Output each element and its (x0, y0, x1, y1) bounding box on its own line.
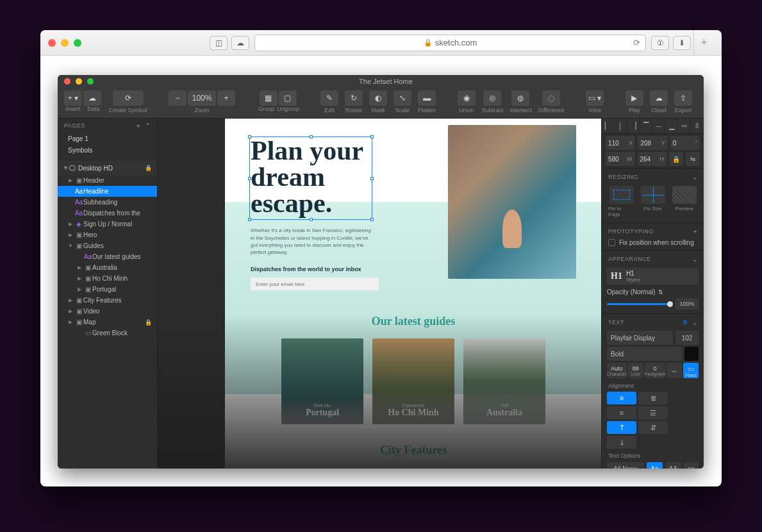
align-bottom-icon[interactable]: ▁ (665, 119, 678, 133)
flip-button[interactable]: ⇋ (686, 152, 700, 166)
subheading-text[interactable]: Whether it's a city break in San Fransic… (251, 227, 372, 256)
layer-item[interactable]: ▶▣Video (58, 306, 157, 317)
chevron-down-icon[interactable]: ⌄ (692, 174, 698, 181)
decoration-select[interactable]: All None (607, 462, 644, 469)
auto-width-button[interactable]: ↔ (667, 363, 682, 378)
artboard-desktop-hd[interactable]: Plan your dream escape. Whether it's a c… (225, 119, 601, 469)
card-australia[interactable]: VisitAustralia (463, 338, 545, 424)
zoom-out-button[interactable]: − (169, 90, 186, 106)
intersect-button[interactable]: ◍ (511, 90, 529, 106)
distribute-v-icon[interactable]: ⇳ (691, 119, 704, 133)
layer-item[interactable]: AaOur latest guides (58, 251, 157, 262)
font-family-field[interactable]: Playfair Display (607, 331, 673, 345)
dispatch-label[interactable]: Dispatches from the world to your inbox (251, 266, 392, 272)
fix-position-checkbox[interactable]: Fix position when scrolling (602, 238, 704, 247)
rotate-button[interactable]: ↻ (345, 90, 363, 106)
email-input[interactable] (251, 278, 379, 290)
headline-text[interactable]: Plan your dream escape. (251, 138, 392, 217)
layer-item[interactable]: ▼▣Guides (58, 240, 157, 251)
hero-image[interactable] (448, 125, 576, 279)
text-align-left-button[interactable]: ≡ (607, 392, 636, 404)
mask-button[interactable]: ◐ (369, 90, 387, 106)
layer-item[interactable]: ▶▣Portugal (58, 284, 157, 295)
align-center-v-icon[interactable]: ─ (653, 119, 666, 133)
text-valign-bottom-button[interactable]: ⤓ (607, 436, 636, 449)
character-spacing[interactable]: AutoCharacter (607, 363, 627, 378)
transform-lower-button[interactable]: aa (684, 462, 699, 469)
close-window-button[interactable] (48, 39, 56, 47)
view-button[interactable]: ▭ ▾ (586, 90, 604, 106)
add-page-icon[interactable]: + (137, 122, 141, 130)
font-weight-field[interactable]: Bold (607, 347, 682, 361)
scale-button[interactable]: ⤡ (393, 90, 411, 106)
edit-button[interactable]: ✎ (320, 90, 338, 106)
rotate-field[interactable]: 0° (670, 136, 700, 150)
align-top-icon[interactable]: ▔ (640, 119, 653, 133)
chevron-down-icon[interactable]: ⌄ (692, 319, 698, 326)
layer-item[interactable]: AaHeadline (58, 186, 157, 197)
zoom-level[interactable]: 100% (188, 90, 216, 106)
layer-item[interactable]: ▶▣Map🔒 (58, 317, 157, 328)
layer-item[interactable]: ▶▣City Features (58, 295, 157, 306)
reload-icon[interactable]: ⟳ (633, 38, 640, 47)
text-style-chip[interactable]: H1 H1Styles (607, 268, 699, 285)
text-valign-middle-button[interactable]: ⇵ (638, 421, 668, 434)
union-button[interactable]: ◉ (458, 90, 476, 106)
align-center-h-icon[interactable]: │ (615, 119, 627, 133)
subtract-button[interactable]: ◎ (483, 90, 501, 106)
layer-item[interactable]: ▶▣Australia (58, 262, 157, 273)
insert-button[interactable]: + ▾ (64, 90, 82, 106)
artboard-header[interactable]: ▼🖵 Desktop HD 🔒 (58, 161, 157, 175)
pin-to-edge-button[interactable] (609, 186, 634, 204)
group-button[interactable]: ▦ (260, 90, 277, 106)
card-ho-chi-minh[interactable]: ExperienceHo Chi Minh (372, 338, 454, 424)
data-button[interactable]: ☁ (83, 90, 101, 106)
fixed-width-button[interactable]: ▭Fixed (683, 363, 699, 378)
transform-upper-button[interactable]: AA (665, 462, 681, 469)
guides-title[interactable]: Our latest guides (225, 315, 601, 328)
lock-aspect-button[interactable]: 🔒 (669, 152, 683, 166)
width-field[interactable]: 580W (606, 152, 635, 166)
downloads-button[interactable]: ⬇ (673, 36, 691, 50)
font-size-field[interactable]: 102 (675, 331, 699, 345)
minimize-window-button[interactable] (61, 39, 69, 47)
create-symbol-button[interactable]: ⟳ (113, 90, 144, 106)
export-button[interactable]: ⇪ (674, 90, 692, 106)
text-align-right-button[interactable]: ≡ (607, 406, 636, 419)
difference-button[interactable]: ◌ (542, 90, 560, 106)
x-field[interactable]: 110X (606, 136, 635, 150)
text-align-center-button[interactable]: ≣ (638, 392, 668, 404)
y-field[interactable]: 208Y (638, 136, 667, 150)
canvas[interactable]: Plan your dream escape. Whether it's a c… (158, 119, 601, 469)
paragraph-spacing[interactable]: 0Paragraph (645, 363, 666, 378)
layer-item[interactable]: ▶◈Sign Up / Normal (58, 219, 157, 229)
layer-item[interactable]: AaDispatches from the (58, 208, 157, 219)
page-item[interactable]: Symbols (58, 144, 157, 156)
flatten-button[interactable]: ▬ (418, 90, 436, 106)
align-left-icon[interactable]: ▏ (602, 119, 615, 133)
layer-item[interactable]: ▶▣Ho Chi Minh (58, 273, 157, 284)
layer-item[interactable]: ▶▣Hero (58, 229, 157, 240)
fix-size-button[interactable] (641, 186, 665, 204)
align-right-icon[interactable]: ▕ (627, 119, 640, 133)
opacity-value[interactable]: 100% (675, 298, 699, 310)
onepassword-button[interactable]: ① (651, 36, 669, 50)
play-button[interactable]: ▶ (625, 90, 643, 106)
layer-item[interactable]: ▶▣Header (58, 175, 157, 186)
opacity-slider[interactable] (607, 303, 673, 305)
city-features-title[interactable]: City Features (225, 444, 601, 457)
distribute-h-icon[interactable]: ⇿ (678, 119, 691, 133)
maximize-window-button[interactable] (74, 39, 81, 47)
line-spacing[interactable]: 88Line (628, 363, 643, 378)
icloud-tabs-button[interactable]: ☁ (231, 36, 249, 50)
collapse-pages-icon[interactable]: ⌃ (145, 122, 151, 130)
text-align-justify-button[interactable]: ☰ (638, 406, 668, 419)
ungroup-button[interactable]: ▢ (279, 90, 297, 106)
address-bar[interactable]: 🔒 sketch.com ⟳ (254, 35, 646, 51)
privacy-report-button[interactable]: ◫ (210, 36, 228, 50)
card-portugal[interactable]: Dive intoPortugal (281, 338, 363, 424)
transform-none-button[interactable]: Aa (647, 462, 662, 469)
zoom-in-button[interactable]: + (217, 90, 235, 106)
height-field[interactable]: 264H (638, 152, 667, 166)
page-item[interactable]: Page 1 (58, 133, 157, 144)
